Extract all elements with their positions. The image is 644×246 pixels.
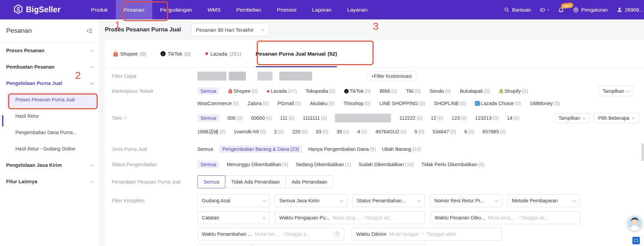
penandaan-ada-button[interactable]: Ada Penandaan: [285, 175, 333, 188]
sidebar-group-fitur-lainnya[interactable]: Fitur Lainnya: [0, 173, 99, 190]
nav-produk[interactable]: Produk: [83, 0, 116, 19]
user-account-button[interactable]: 26908...: [617, 7, 643, 13]
chip-toko[interactable]: 000(0): [227, 115, 243, 121]
chip-toko[interactable]: 220(0): [292, 129, 308, 134]
chat-widget-icon[interactable]: [632, 237, 640, 244]
chip-mk-shopify[interactable]: s Shopify(0): [499, 88, 528, 94]
chip-mk-sendo[interactable]: Sendo(0): [430, 88, 451, 94]
help-icon[interactable]: ?: [334, 231, 340, 237]
nav-laporan[interactable]: Laporan: [304, 0, 339, 19]
penandaan-tidak-ada-button[interactable]: Tidak Ada Penandaan: [225, 175, 286, 188]
tab-shopee[interactable]: S Shopee (0): [113, 40, 146, 68]
waktu-dikirim-date-range[interactable]: Waktu Dikirim Mulai tanggal ~ Tanggal ak…: [352, 228, 502, 241]
chip-toko[interactable]: 111(0): [280, 115, 295, 121]
sidebar-item-pengembalian-dana[interactable]: Pengembalian Dana Purna...: [0, 124, 99, 141]
status-penambahan-select[interactable]: Status Penambahan...: [352, 194, 425, 207]
chip-mk-tokopedia[interactable]: Tokopedia(0): [306, 88, 335, 94]
chip-toko[interactable]: 00000(0): [251, 115, 272, 121]
chip-status-sedang[interactable]: Sedang Dikembalikan(1): [296, 162, 351, 167]
nav-wms[interactable]: WMS: [200, 0, 228, 19]
date-range-select[interactable]: Pesanan 90 Hari Terakhir: [191, 23, 269, 36]
catatan-select[interactable]: Catatan: [197, 211, 270, 224]
gudang-asal-select[interactable]: Gudang Asal: [197, 194, 270, 207]
chip-mk-akulaku[interactable]: Akulaku(0): [310, 101, 334, 106]
chip-toko[interactable]: 1vwmdk-h9(0): [234, 129, 266, 134]
pilih-beberapa-button[interactable]: Pilih Beberapa+: [594, 113, 639, 123]
chip-toko[interactable]: 2(0): [274, 129, 284, 134]
chip-toko[interactable]: 5(0): [415, 129, 424, 134]
metode-pembayaran-select[interactable]: Metode Pembayaran: [507, 194, 580, 207]
chip-mk-pgmall[interactable]: PGmall(0): [278, 101, 301, 106]
chip-toko[interactable]: 112222(0): [399, 115, 422, 121]
sidebar-group-proses-pesanan[interactable]: Proses Pesanan: [0, 42, 99, 59]
chip-mk-tiki[interactable]: Tiki(0): [406, 88, 421, 94]
support-chat-avatar[interactable]: [627, 215, 643, 231]
waktu-pesanan-dibuat-date-range[interactable]: Waktu Pesanan Dibu... Mulai tang... ~Tan…: [430, 211, 580, 224]
chip-toko[interactable]: 4(0): [357, 129, 367, 134]
chip-toko[interactable]: 534647(0): [433, 129, 456, 134]
chip-status-tidak-perlu[interactable]: Tidak Perlu Dikembalikan(0): [421, 162, 485, 167]
chip-toko[interactable]: 35(0): [337, 129, 349, 134]
scrollbar-thumb[interactable]: [642, 143, 644, 161]
chip-toko[interactable]: 45764GU2(0): [375, 129, 406, 134]
collapse-sidebar-icon[interactable]: [86, 28, 93, 33]
chip-mk-semua[interactable]: Semua: [197, 87, 219, 95]
tab-lazada[interactable]: ♥ Lazada (251): [205, 40, 241, 68]
nav-pesanan[interactable]: Pesanan: [116, 0, 152, 19]
chip-toko[interactable]: 123213(0): [475, 115, 499, 121]
chip-toko-semua[interactable]: Semua: [197, 114, 219, 122]
nav-pembelian[interactable]: Pembelian: [228, 0, 269, 19]
chip-toko[interactable]: 6(0): [464, 129, 474, 134]
chip-mk-shopee[interactable]: S Shopee(0): [228, 88, 258, 94]
chip-jenis-pengembalian-barang-dana[interactable]: Pengembalian Barang & Dana(23): [219, 145, 302, 153]
chip-toko[interactable]: 123(0): [451, 115, 467, 121]
pengaturan-button[interactable]: Pengaturan: [573, 7, 608, 13]
sidebar-item-hasil-retur-gudang-online[interactable]: Hasil Retur - Gudang Online: [0, 141, 99, 157]
chip-mk-lazada-choice[interactable]: C Lazada Choice(0): [475, 101, 521, 106]
chip-mk-168money[interactable]: 168Money(0): [530, 101, 560, 106]
chip-mk-lazada[interactable]: ♥ Lazada(47): [267, 88, 297, 94]
cutoff-input[interactable]: [252, 244, 424, 246]
chip-toko[interactable]: 657885(0): [482, 129, 506, 134]
sidebar-item-proses-pesanan-purna-jual[interactable]: Proses Pesanan Purna Jual: [6, 92, 97, 107]
sidebar-group-pembuatan-pesanan[interactable]: Pembuatan Pesanan: [0, 59, 99, 75]
tab-tiktok[interactable]: ♪ TikTok (0): [160, 40, 191, 68]
waktu-pengajuan-date-range[interactable]: Waktu Pengajuan Pu... Mulai tang... ~Tan…: [275, 211, 425, 224]
chip-toko[interactable]: 1688店铺(0): [197, 129, 225, 135]
tampilkan-marketplace-button[interactable]: Tampilkan: [598, 86, 634, 96]
chip-toko[interactable]: 33(0): [316, 129, 328, 134]
chip-mk-line-shopping[interactable]: LINE SHOPPING(0): [379, 101, 425, 106]
jasa-kirim-select[interactable]: Semua Jasa Kirim: [275, 194, 347, 207]
chip-mk-bukalapak[interactable]: Bukalapak(0): [460, 88, 490, 94]
cutoff-input[interactable]: [197, 244, 252, 246]
tab-pesanan-purna-jual-manual[interactable]: Pesanan Purna Jual Manual (52): [256, 40, 337, 68]
chip-status-semua[interactable]: Semua: [197, 161, 219, 168]
sidebar-group-pengelolaan-jasa-kirim[interactable]: Pengelolaan Jasa Kirim: [0, 157, 99, 173]
chip-mk-zalora[interactable]: Zalora(0): [248, 101, 269, 106]
nav-layanan[interactable]: Layanan: [339, 0, 375, 19]
chip-mk-shopline[interactable]: SHOPLINE(0): [434, 101, 466, 106]
notifications-button[interactable]: New: [558, 6, 564, 13]
toko-label[interactable]: Toko: [112, 112, 197, 124]
sidebar-group-pengelolaan-purna-jual[interactable]: Pengelolaan Purna Jual: [0, 75, 99, 91]
chip-toko[interactable]: 12(0): [431, 115, 444, 121]
nav-promosi[interactable]: Promosi: [269, 0, 304, 19]
chip-status-sudah[interactable]: Sudah Dikembalikan(19): [359, 162, 414, 167]
chip-toko[interactable]: 14(0): [507, 115, 519, 121]
chip-jenis-semua[interactable]: Semua: [197, 146, 213, 152]
chip-status-menunggu[interactable]: Menunggu Dikembalikan(3): [227, 162, 288, 167]
chip-mk-thisshop[interactable]: Thisshop(0): [344, 101, 371, 106]
chip-jenis-ubah-barang[interactable]: Ubah Barang(23): [382, 146, 421, 152]
chip-mk-woocommerce[interactable]: WooCommerce(0): [197, 101, 239, 106]
sidebar-item-hasil-retur[interactable]: Hasil Retur: [0, 108, 99, 124]
nomor-resi-retur-select[interactable]: Nomor Resi Retur Pr...: [430, 194, 502, 207]
bigseller-logo[interactable]: BigSeller: [14, 4, 61, 15]
chip-mk-tiktok[interactable]: ♪ TikTok(0): [344, 88, 371, 94]
bantuan-button[interactable]: Bantuan: [504, 7, 531, 13]
chip-mk-blibli[interactable]: Blibli(0): [380, 88, 397, 94]
language-selector[interactable]: ID: [540, 7, 549, 13]
tampilkan-toko-button[interactable]: Tampilkan: [554, 113, 590, 123]
waktu-penambahan-date-range[interactable]: Waktu Penambahan ... Mulai tan... ~Tangg…: [197, 228, 344, 241]
penandaan-semua-button[interactable]: Semua: [197, 175, 225, 188]
chip-jenis-hanya-pengembalian-dana[interactable]: Hanya Pengembalian Dana(6): [308, 146, 376, 152]
